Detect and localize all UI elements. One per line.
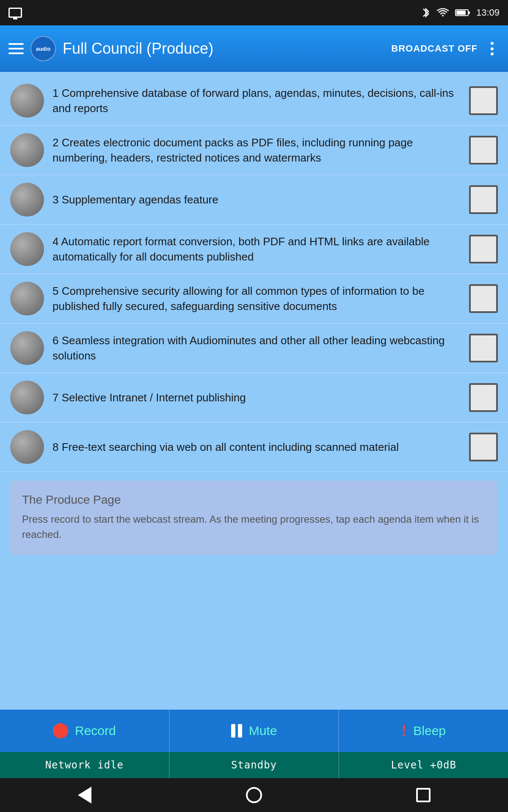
item-checkbox[interactable] — [469, 284, 498, 313]
exclamation-icon: ! — [401, 722, 406, 740]
standby-status: Standby — [170, 752, 340, 778]
more-vert-icon[interactable] — [484, 41, 500, 56]
main-content: 1 Comprehensive database of forward plan… — [0, 72, 508, 778]
item-text: 2 Creates electronic document packs as P… — [52, 135, 461, 166]
item-text: 7 Selective Intranet / Internet publishi… — [52, 390, 461, 405]
mute-button[interactable]: Mute — [170, 710, 340, 752]
list-item[interactable]: 4 Automatic report format conversion, bo… — [0, 225, 508, 274]
produce-title: The Produce Page — [22, 493, 486, 507]
item-avatar — [10, 430, 44, 464]
item-text: 1 Comprehensive database of forward plan… — [52, 85, 461, 116]
battery-icon — [455, 8, 470, 17]
app-title: Full Council (Produce) — [63, 40, 384, 58]
item-text: 3 Supplementary agendas feature — [52, 192, 461, 207]
produce-box: The Produce Page Press record to start t… — [10, 480, 498, 555]
screen-icon — [8, 8, 22, 18]
item-checkbox[interactable] — [469, 334, 498, 362]
status-bar: 13:09 — [0, 0, 508, 25]
item-avatar — [10, 183, 44, 217]
svg-rect-1 — [468, 11, 470, 14]
back-icon — [78, 787, 91, 804]
network-status: Network idle — [0, 752, 170, 778]
level-status: Level +0dB — [339, 752, 508, 778]
app-logo: audio — [30, 36, 56, 61]
wifi-icon — [436, 8, 449, 17]
produce-description: Press record to start the webcast stream… — [22, 512, 486, 542]
broadcast-label[interactable]: BROADCAST OFF — [391, 43, 478, 54]
time-display: 13:09 — [476, 7, 500, 18]
item-avatar — [10, 232, 44, 266]
list-item[interactable]: 2 Creates electronic document packs as P… — [0, 126, 508, 175]
item-avatar — [10, 282, 44, 315]
item-checkbox[interactable] — [469, 383, 498, 412]
svg-rect-2 — [456, 11, 466, 15]
back-button[interactable] — [72, 782, 97, 808]
pause-icon — [231, 724, 242, 738]
bleep-button[interactable]: ! Bleep — [339, 710, 508, 752]
status-indicators: Network idle Standby Level +0dB — [0, 752, 508, 778]
home-icon — [246, 787, 262, 803]
app-bar: audio Full Council (Produce) BROADCAST O… — [0, 25, 508, 72]
recents-button[interactable] — [411, 782, 436, 808]
agenda-list: 1 Comprehensive database of forward plan… — [0, 76, 508, 472]
item-checkbox[interactable] — [469, 433, 498, 461]
item-text: 8 Free-text searching via web on all con… — [52, 439, 461, 455]
item-checkbox[interactable] — [469, 185, 498, 214]
record-button[interactable]: Record — [0, 710, 170, 752]
item-checkbox[interactable] — [469, 86, 498, 115]
status-bar-left — [8, 8, 22, 18]
item-checkbox[interactable] — [469, 136, 498, 165]
hamburger-menu-icon[interactable] — [8, 43, 24, 54]
status-bar-right: 13:09 — [421, 7, 500, 19]
list-item[interactable]: 8 Free-text searching via web on all con… — [0, 422, 508, 472]
list-item[interactable]: 1 Comprehensive database of forward plan… — [0, 76, 508, 126]
item-checkbox[interactable] — [469, 235, 498, 263]
nav-bar — [0, 778, 508, 812]
list-item[interactable]: 6 Seamless integration with Audiominutes… — [0, 324, 508, 373]
recents-icon — [416, 788, 431, 802]
home-button[interactable] — [241, 782, 267, 808]
item-text: 4 Automatic report format conversion, bo… — [52, 234, 461, 265]
bottom-area: Record Mute ! Bleep Network idle Standby… — [0, 710, 508, 778]
item-avatar — [10, 381, 44, 414]
item-text: 5 Comprehensive security allowing for al… — [52, 283, 461, 314]
record-dot-icon — [53, 723, 68, 738]
bluetooth-icon — [421, 7, 431, 19]
item-text: 6 Seamless integration with Audiominutes… — [52, 333, 461, 364]
record-label: Record — [75, 724, 116, 738]
control-buttons: Record Mute ! Bleep — [0, 710, 508, 752]
bleep-label: Bleep — [413, 724, 446, 738]
list-item[interactable]: 5 Comprehensive security allowing for al… — [0, 274, 508, 324]
list-item[interactable]: 7 Selective Intranet / Internet publishi… — [0, 373, 508, 422]
item-avatar — [10, 331, 44, 365]
item-avatar — [10, 133, 44, 167]
item-avatar — [10, 84, 44, 118]
list-item[interactable]: 3 Supplementary agendas feature — [0, 175, 508, 225]
mute-label: Mute — [249, 724, 277, 738]
